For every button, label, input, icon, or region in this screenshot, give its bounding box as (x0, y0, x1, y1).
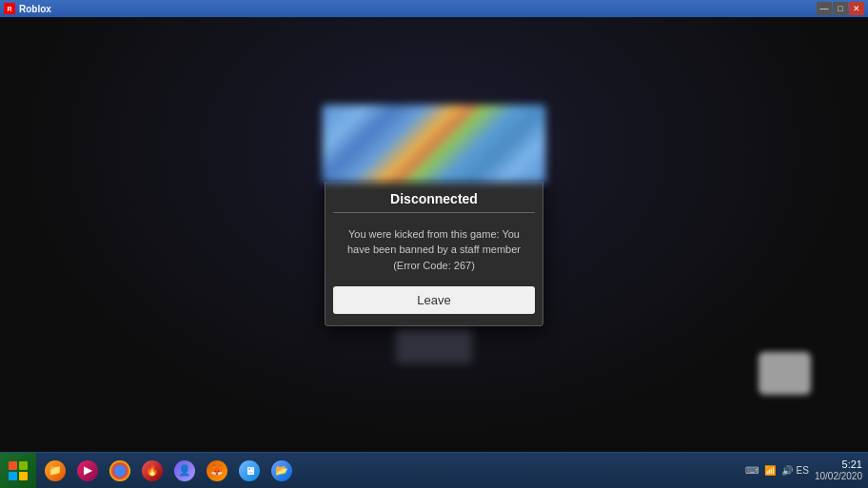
taskbar-icon-media[interactable]: ▶ (72, 455, 103, 487)
app1-icon: 🔥 (142, 460, 163, 481)
taskbar-icon-person[interactable]: 👤 (169, 455, 200, 487)
logo-pane-4 (19, 472, 28, 480)
network-icon: 📶 (764, 465, 776, 476)
firefox-icon: 🦊 (207, 460, 227, 481)
logo-pane-3 (9, 472, 17, 480)
close-button[interactable]: ✕ (849, 2, 864, 15)
taskbar-icons: 📁 ▶ 🔥 👤 🦊 🖥 📂 (36, 455, 740, 487)
dialog-message: You were kicked from this game: You have… (326, 223, 542, 287)
taskbar-icon-app1[interactable]: 🔥 (137, 455, 168, 487)
sub-blur-decoration (396, 330, 472, 363)
minimize-button[interactable]: — (817, 2, 832, 15)
media-icon: ▶ (77, 460, 98, 481)
dialog-divider (333, 212, 535, 213)
leave-button[interactable]: Leave (333, 286, 535, 314)
taskbar-icon-chrome[interactable] (105, 455, 135, 487)
language-indicator[interactable]: ES (797, 465, 809, 476)
modal-overlay: Disconnected You were kicked from this g… (0, 17, 868, 452)
logo-pane-1 (9, 461, 17, 470)
window-icon: 🖥 (239, 460, 260, 481)
taskbar-icon-firefox[interactable]: 🦊 (202, 455, 232, 487)
system-icons: ⌨ 📶 🔊 (745, 465, 793, 476)
folder-icon: 📁 (45, 460, 66, 481)
game-area: Disconnected You were kicked from this g… (0, 17, 868, 452)
window-title: Roblox (19, 4, 51, 14)
window-controls: — □ ✕ (817, 2, 864, 15)
logo-pane-2 (19, 461, 28, 470)
maximize-button[interactable]: □ (833, 2, 848, 15)
dialog-message-text: You were kicked from this game: You have… (347, 228, 521, 271)
windows-logo (9, 461, 28, 480)
taskbar: 📁 ▶ 🔥 👤 🦊 🖥 📂 ⌨ 📶 🔊 ES (0, 452, 868, 488)
keyboard-icon: ⌨ (745, 465, 759, 476)
modal-thumbnail (323, 105, 546, 183)
app-icon: R (4, 3, 15, 14)
date-display: 10/02/2020 (815, 471, 862, 482)
time-display: 5:21 (842, 459, 862, 471)
person-icon: 👤 (174, 460, 195, 481)
title-bar-left: R Roblox (4, 3, 51, 14)
clock[interactable]: 5:21 10/02/2020 (815, 459, 862, 482)
taskbar-icon-folder2[interactable]: 📂 (266, 455, 297, 487)
explorer-icon: 📂 (271, 460, 292, 481)
taskbar-icon-window[interactable]: 🖥 (234, 455, 265, 487)
title-bar: R Roblox — □ ✕ (0, 0, 868, 17)
disconnect-dialog: Disconnected You were kicked from this g… (325, 182, 543, 327)
volume-icon: 🔊 (781, 465, 793, 476)
taskbar-icon-folder[interactable]: 📁 (40, 455, 70, 487)
chrome-icon (109, 460, 130, 481)
start-button[interactable] (0, 453, 36, 489)
dialog-title: Disconnected (326, 182, 542, 212)
taskbar-right: ⌨ 📶 🔊 ES 5:21 10/02/2020 (740, 459, 868, 482)
